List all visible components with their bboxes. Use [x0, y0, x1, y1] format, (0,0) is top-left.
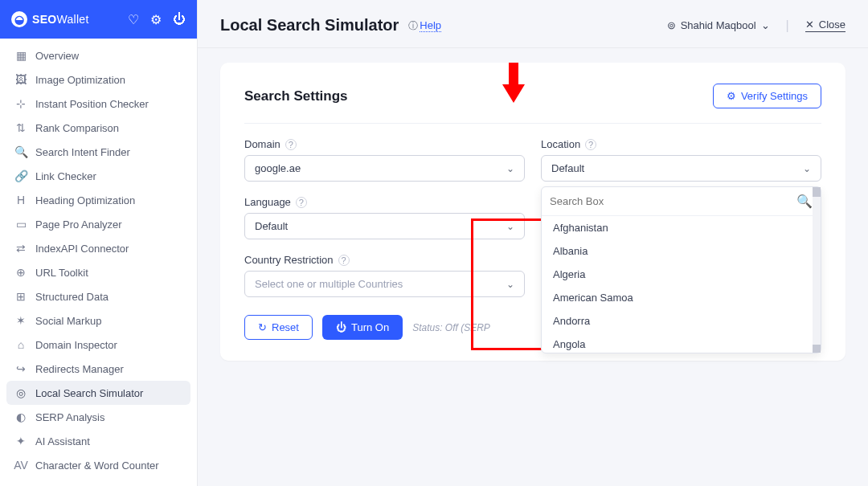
location-label: Location? — [541, 138, 821, 150]
sidebar-item-position-checker[interactable]: ⊹Instant Position Checker — [6, 92, 190, 116]
sidebar-item-label: Instant Position Checker — [35, 98, 149, 110]
status-text: Status: Off (SERP — [412, 322, 490, 333]
sidebar-item-label: Rank Comparison — [35, 122, 119, 134]
location-option[interactable]: Andorra — [542, 309, 821, 333]
scrollbar-arrow[interactable] — [813, 345, 821, 353]
sidebar-item-label: Heading Optimization — [35, 194, 135, 206]
sidebar-item-ai-assistant[interactable]: ✦AI Assistant — [6, 429, 190, 453]
sidebar-item-page-analyzer[interactable]: ▭Page Pro Analyzer — [6, 212, 190, 236]
sidebar-item-social-markup[interactable]: ✶Social Markup — [6, 308, 190, 333]
sidebar-item-label: Image Optimization — [35, 74, 125, 86]
link-icon: 🔗 — [14, 169, 27, 182]
sidebar-item-domain-inspector[interactable]: ⌂Domain Inspector — [6, 333, 190, 357]
sidebar-item-label: Link Checker — [35, 170, 96, 182]
language-field: Language? Default ⌄ — [244, 196, 525, 239]
sidebar-item-label: Local Search Simulator — [35, 387, 143, 399]
redirect-icon: ↪ — [14, 362, 27, 375]
search-settings-card: Search Settings ⚙ Verify Settings Domain… — [220, 63, 845, 361]
location-option[interactable]: Afghanistan — [542, 216, 821, 239]
sidebar-item-label: Domain Inspector — [35, 339, 117, 351]
chevron-down-icon: ⌄ — [506, 279, 514, 290]
close-button[interactable]: ✕ Close — [805, 18, 845, 32]
verify-settings-button[interactable]: ⚙ Verify Settings — [713, 84, 821, 108]
social-icon: ✶ — [14, 314, 27, 327]
sidebar-item-url-toolkit[interactable]: ⊕URL Toolkit — [6, 260, 190, 284]
sidebar-item-label: Page Pro Analyzer — [35, 218, 122, 231]
page-title: Local Search Simulator — [220, 16, 399, 35]
scrollbar[interactable] — [813, 187, 821, 353]
country-select[interactable]: Select one or multiple Countries ⌄ — [244, 271, 525, 297]
domain-select[interactable]: google.ae ⌄ — [244, 155, 525, 182]
info-icon[interactable]: ? — [296, 197, 307, 208]
sidebar-item-serp-counter[interactable]: ≡SERP Counter — [6, 477, 190, 486]
location-dropdown: 🔍 Afghanistan Albania Algeria American S… — [541, 186, 821, 353]
user-menu[interactable]: ⊚ Shahid Maqbool ⌄ — [667, 19, 770, 31]
sidebar-item-label: Social Markup — [35, 315, 101, 327]
location-option[interactable]: Algeria — [542, 263, 821, 286]
help-icon: ⓘ — [408, 20, 418, 31]
globe-icon: ⊕ — [14, 266, 27, 279]
info-icon[interactable]: ? — [338, 255, 350, 266]
search-icon[interactable]: 🔍 — [796, 194, 813, 209]
sidebar-item-word-counter[interactable]: AVCharacter & Word Counter — [6, 453, 190, 477]
language-select[interactable]: Default ⌄ — [244, 213, 525, 239]
user-avatar-icon: ⊚ — [667, 19, 676, 31]
sidebar-item-local-search[interactable]: ◎Local Search Simulator — [6, 381, 190, 405]
sidebar-item-redirects[interactable]: ↪Redirects Manager — [6, 357, 190, 381]
sidebar-item-label: Structured Data — [35, 291, 108, 303]
country-label: Country Restriction? — [244, 254, 525, 266]
sidebar-item-label: IndexAPI Connector — [35, 243, 129, 255]
location-option[interactable]: Albania — [542, 239, 821, 263]
chevron-down-icon: ⌄ — [803, 163, 811, 174]
domain-field: Domain? google.ae ⌄ — [244, 138, 525, 182]
counter-icon: AV — [14, 459, 27, 472]
sidebar-item-link-checker[interactable]: 🔗Link Checker — [6, 164, 190, 188]
sidebar-item-label: AI Assistant — [35, 435, 90, 447]
sidebar-item-label: SERP Analysis — [35, 411, 104, 423]
sidebar-item-image-optimization[interactable]: 🖼Image Optimization — [6, 67, 190, 92]
location-field: Location? Default ⌄ 🔍 Afghanistan — [541, 138, 821, 182]
power-icon: ⏻ — [336, 321, 346, 333]
sidebar-item-indexapi[interactable]: ⇄IndexAPI Connector — [6, 236, 190, 260]
location-options-list[interactable]: Afghanistan Albania Algeria American Sam… — [542, 216, 821, 353]
api-icon: ⇄ — [14, 242, 27, 255]
info-icon[interactable]: ? — [585, 139, 596, 150]
sidebar-item-label: Search Intent Finder — [35, 146, 130, 158]
sidebar-item-search-intent[interactable]: 🔍Search Intent Finder — [6, 140, 190, 164]
sidebar-item-label: Overview — [35, 50, 79, 62]
domain-icon: ⌂ — [14, 338, 27, 351]
country-field: Country Restriction? Select one or multi… — [244, 254, 525, 297]
sidebar: ◒ SEOWallet ♡ ⚙ ⏻ ▦Overview 🖼Image Optim… — [0, 0, 198, 486]
ai-icon: ✦ — [14, 435, 27, 447]
user-name: Shahid Maqbool — [681, 19, 756, 31]
language-label: Language? — [244, 196, 525, 208]
heart-icon[interactable]: ♡ — [128, 12, 139, 27]
location-option[interactable]: American Samoa — [542, 286, 821, 309]
sidebar-item-label: URL Toolkit — [35, 267, 88, 279]
reset-button[interactable]: ↻ Reset — [244, 315, 313, 340]
position-icon: ⊹ — [14, 97, 27, 110]
sidebar-item-serp-analysis[interactable]: ◐SERP Analysis — [6, 405, 190, 429]
location-select[interactable]: Default ⌄ — [541, 155, 821, 182]
info-icon[interactable]: ? — [285, 139, 297, 150]
help-link[interactable]: ⓘHelp — [408, 18, 441, 33]
location-option[interactable]: Angola — [542, 333, 821, 353]
location-search-input[interactable] — [550, 195, 796, 207]
power-icon[interactable]: ⏻ — [173, 12, 186, 27]
sidebar-item-rank-comparison[interactable]: ⇅Rank Comparison — [6, 116, 190, 140]
logo[interactable]: ◒ SEOWallet — [11, 11, 89, 27]
gear-icon[interactable]: ⚙ — [150, 12, 162, 27]
list-icon: ≡ — [14, 483, 27, 486]
close-icon: ✕ — [805, 18, 814, 31]
sidebar-header: ◒ SEOWallet ♡ ⚙ ⏻ — [0, 0, 197, 39]
turn-on-button[interactable]: ⏻ Turn On — [322, 315, 403, 340]
scrollbar-thumb[interactable] — [813, 187, 821, 197]
sidebar-item-overview[interactable]: ▦Overview — [6, 43, 190, 67]
sidebar-item-label: SERP Counter — [35, 484, 104, 487]
chevron-down-icon: ⌄ — [761, 19, 770, 31]
sidebar-item-heading-optimization[interactable]: HHeading Optimization — [6, 188, 190, 212]
structured-icon: ⊞ — [14, 290, 27, 303]
sidebar-item-structured-data[interactable]: ⊞Structured Data — [6, 284, 190, 308]
chevron-down-icon: ⌄ — [506, 221, 514, 232]
logo-text: SEOWallet — [32, 13, 89, 26]
